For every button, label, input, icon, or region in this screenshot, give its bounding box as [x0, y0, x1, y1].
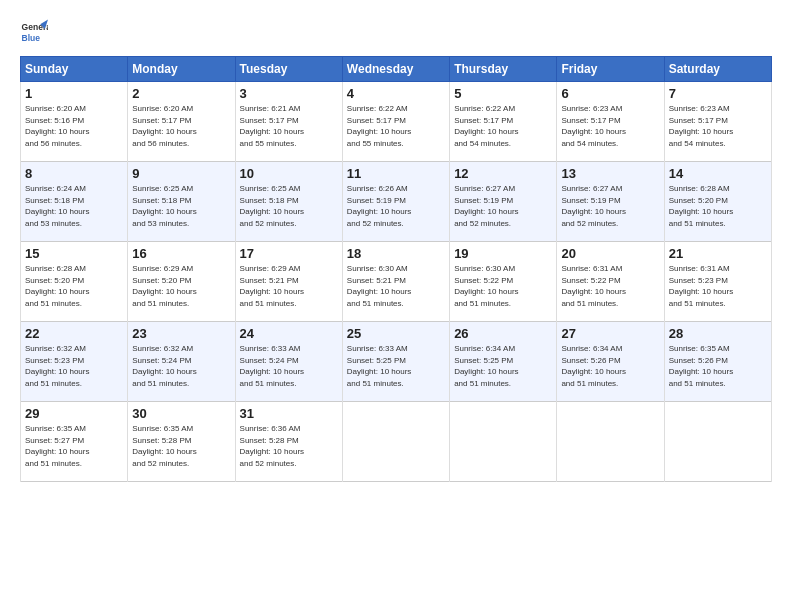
- calendar-cell: 22Sunrise: 6:32 AM Sunset: 5:23 PM Dayli…: [21, 322, 128, 402]
- calendar-cell: 7Sunrise: 6:23 AM Sunset: 5:17 PM Daylig…: [664, 82, 771, 162]
- day-info: Sunrise: 6:25 AM Sunset: 5:18 PM Dayligh…: [240, 183, 338, 229]
- day-number: 24: [240, 326, 338, 341]
- calendar-cell: 10Sunrise: 6:25 AM Sunset: 5:18 PM Dayli…: [235, 162, 342, 242]
- day-info: Sunrise: 6:35 AM Sunset: 5:27 PM Dayligh…: [25, 423, 123, 469]
- day-info: Sunrise: 6:22 AM Sunset: 5:17 PM Dayligh…: [454, 103, 552, 149]
- calendar-cell: 18Sunrise: 6:30 AM Sunset: 5:21 PM Dayli…: [342, 242, 449, 322]
- column-header-monday: Monday: [128, 57, 235, 82]
- calendar-cell: [450, 402, 557, 482]
- calendar-cell: 8Sunrise: 6:24 AM Sunset: 5:18 PM Daylig…: [21, 162, 128, 242]
- day-info: Sunrise: 6:25 AM Sunset: 5:18 PM Dayligh…: [132, 183, 230, 229]
- day-info: Sunrise: 6:32 AM Sunset: 5:24 PM Dayligh…: [132, 343, 230, 389]
- day-info: Sunrise: 6:35 AM Sunset: 5:28 PM Dayligh…: [132, 423, 230, 469]
- day-number: 19: [454, 246, 552, 261]
- calendar-cell: 28Sunrise: 6:35 AM Sunset: 5:26 PM Dayli…: [664, 322, 771, 402]
- calendar-cell: 31Sunrise: 6:36 AM Sunset: 5:28 PM Dayli…: [235, 402, 342, 482]
- calendar-cell: 24Sunrise: 6:33 AM Sunset: 5:24 PM Dayli…: [235, 322, 342, 402]
- calendar-cell: 14Sunrise: 6:28 AM Sunset: 5:20 PM Dayli…: [664, 162, 771, 242]
- calendar-cell: 9Sunrise: 6:25 AM Sunset: 5:18 PM Daylig…: [128, 162, 235, 242]
- column-header-wednesday: Wednesday: [342, 57, 449, 82]
- day-number: 6: [561, 86, 659, 101]
- day-info: Sunrise: 6:31 AM Sunset: 5:23 PM Dayligh…: [669, 263, 767, 309]
- day-number: 13: [561, 166, 659, 181]
- day-info: Sunrise: 6:22 AM Sunset: 5:17 PM Dayligh…: [347, 103, 445, 149]
- calendar-cell: 2Sunrise: 6:20 AM Sunset: 5:17 PM Daylig…: [128, 82, 235, 162]
- day-info: Sunrise: 6:30 AM Sunset: 5:21 PM Dayligh…: [347, 263, 445, 309]
- day-info: Sunrise: 6:28 AM Sunset: 5:20 PM Dayligh…: [25, 263, 123, 309]
- day-number: 21: [669, 246, 767, 261]
- day-number: 5: [454, 86, 552, 101]
- logo: General Blue: [20, 18, 48, 46]
- day-number: 11: [347, 166, 445, 181]
- day-info: Sunrise: 6:30 AM Sunset: 5:22 PM Dayligh…: [454, 263, 552, 309]
- day-number: 20: [561, 246, 659, 261]
- day-number: 8: [25, 166, 123, 181]
- day-number: 7: [669, 86, 767, 101]
- day-info: Sunrise: 6:36 AM Sunset: 5:28 PM Dayligh…: [240, 423, 338, 469]
- day-number: 3: [240, 86, 338, 101]
- day-info: Sunrise: 6:33 AM Sunset: 5:25 PM Dayligh…: [347, 343, 445, 389]
- column-header-saturday: Saturday: [664, 57, 771, 82]
- column-header-thursday: Thursday: [450, 57, 557, 82]
- day-info: Sunrise: 6:24 AM Sunset: 5:18 PM Dayligh…: [25, 183, 123, 229]
- day-number: 26: [454, 326, 552, 341]
- calendar-cell: [664, 402, 771, 482]
- day-info: Sunrise: 6:23 AM Sunset: 5:17 PM Dayligh…: [669, 103, 767, 149]
- calendar-cell: 25Sunrise: 6:33 AM Sunset: 5:25 PM Dayli…: [342, 322, 449, 402]
- calendar-cell: [342, 402, 449, 482]
- calendar-cell: 5Sunrise: 6:22 AM Sunset: 5:17 PM Daylig…: [450, 82, 557, 162]
- day-number: 28: [669, 326, 767, 341]
- day-number: 9: [132, 166, 230, 181]
- day-number: 2: [132, 86, 230, 101]
- day-number: 29: [25, 406, 123, 421]
- day-number: 23: [132, 326, 230, 341]
- column-header-friday: Friday: [557, 57, 664, 82]
- calendar-cell: 4Sunrise: 6:22 AM Sunset: 5:17 PM Daylig…: [342, 82, 449, 162]
- day-number: 16: [132, 246, 230, 261]
- day-info: Sunrise: 6:23 AM Sunset: 5:17 PM Dayligh…: [561, 103, 659, 149]
- calendar-cell: 13Sunrise: 6:27 AM Sunset: 5:19 PM Dayli…: [557, 162, 664, 242]
- calendar-cell: 1Sunrise: 6:20 AM Sunset: 5:16 PM Daylig…: [21, 82, 128, 162]
- calendar-cell: 26Sunrise: 6:34 AM Sunset: 5:25 PM Dayli…: [450, 322, 557, 402]
- day-info: Sunrise: 6:28 AM Sunset: 5:20 PM Dayligh…: [669, 183, 767, 229]
- day-number: 12: [454, 166, 552, 181]
- day-number: 15: [25, 246, 123, 261]
- day-number: 14: [669, 166, 767, 181]
- general-blue-icon: General Blue: [20, 18, 48, 46]
- calendar-cell: 3Sunrise: 6:21 AM Sunset: 5:17 PM Daylig…: [235, 82, 342, 162]
- day-info: Sunrise: 6:34 AM Sunset: 5:25 PM Dayligh…: [454, 343, 552, 389]
- calendar-cell: 6Sunrise: 6:23 AM Sunset: 5:17 PM Daylig…: [557, 82, 664, 162]
- calendar-cell: 19Sunrise: 6:30 AM Sunset: 5:22 PM Dayli…: [450, 242, 557, 322]
- calendar-cell: 12Sunrise: 6:27 AM Sunset: 5:19 PM Dayli…: [450, 162, 557, 242]
- calendar-cell: 29Sunrise: 6:35 AM Sunset: 5:27 PM Dayli…: [21, 402, 128, 482]
- day-info: Sunrise: 6:32 AM Sunset: 5:23 PM Dayligh…: [25, 343, 123, 389]
- calendar-cell: 17Sunrise: 6:29 AM Sunset: 5:21 PM Dayli…: [235, 242, 342, 322]
- day-number: 17: [240, 246, 338, 261]
- day-info: Sunrise: 6:34 AM Sunset: 5:26 PM Dayligh…: [561, 343, 659, 389]
- calendar-cell: 21Sunrise: 6:31 AM Sunset: 5:23 PM Dayli…: [664, 242, 771, 322]
- day-number: 27: [561, 326, 659, 341]
- day-info: Sunrise: 6:27 AM Sunset: 5:19 PM Dayligh…: [561, 183, 659, 229]
- calendar-cell: 27Sunrise: 6:34 AM Sunset: 5:26 PM Dayli…: [557, 322, 664, 402]
- calendar-cell: 11Sunrise: 6:26 AM Sunset: 5:19 PM Dayli…: [342, 162, 449, 242]
- day-number: 1: [25, 86, 123, 101]
- calendar-cell: [557, 402, 664, 482]
- day-info: Sunrise: 6:26 AM Sunset: 5:19 PM Dayligh…: [347, 183, 445, 229]
- day-info: Sunrise: 6:20 AM Sunset: 5:17 PM Dayligh…: [132, 103, 230, 149]
- calendar-cell: 23Sunrise: 6:32 AM Sunset: 5:24 PM Dayli…: [128, 322, 235, 402]
- day-number: 25: [347, 326, 445, 341]
- day-number: 30: [132, 406, 230, 421]
- calendar-cell: 20Sunrise: 6:31 AM Sunset: 5:22 PM Dayli…: [557, 242, 664, 322]
- day-number: 22: [25, 326, 123, 341]
- day-number: 31: [240, 406, 338, 421]
- day-info: Sunrise: 6:31 AM Sunset: 5:22 PM Dayligh…: [561, 263, 659, 309]
- day-number: 18: [347, 246, 445, 261]
- calendar-cell: 16Sunrise: 6:29 AM Sunset: 5:20 PM Dayli…: [128, 242, 235, 322]
- column-header-tuesday: Tuesday: [235, 57, 342, 82]
- calendar-cell: 15Sunrise: 6:28 AM Sunset: 5:20 PM Dayli…: [21, 242, 128, 322]
- day-info: Sunrise: 6:35 AM Sunset: 5:26 PM Dayligh…: [669, 343, 767, 389]
- column-header-sunday: Sunday: [21, 57, 128, 82]
- day-info: Sunrise: 6:29 AM Sunset: 5:20 PM Dayligh…: [132, 263, 230, 309]
- day-info: Sunrise: 6:29 AM Sunset: 5:21 PM Dayligh…: [240, 263, 338, 309]
- day-info: Sunrise: 6:33 AM Sunset: 5:24 PM Dayligh…: [240, 343, 338, 389]
